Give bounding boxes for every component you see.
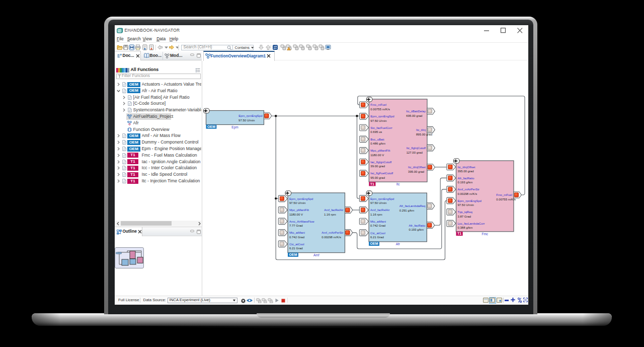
svg-text:39.00 grad: 39.00 grad (370, 165, 385, 168)
svg-text:Itc_flgInjCutoff: Itc_flgInjCutoff (407, 147, 426, 150)
svg-text:Isc_flgFuelCutoff: Isc_flgFuelCutoff (370, 172, 393, 175)
svg-text:Amf_mAirPerStr: Amf_mAirPerStr (458, 188, 479, 191)
svg-text:Afr_facRatio: Afr_facRatio (458, 176, 475, 179)
svg-text:95.00 grad: 95.00 grad (370, 176, 385, 179)
svg-text:1180.00 V: 1180.00 V (370, 153, 384, 156)
svg-text:OEM: OEM (370, 242, 378, 245)
svg-text:0.193 g/km: 0.193 g/km (409, 228, 424, 231)
svg-text:97.50 U/min: 97.50 U/min (370, 119, 386, 122)
svg-text:Epm: Epm (231, 125, 238, 129)
svg-text:6.21 Grad: 6.21 Grad (370, 236, 384, 239)
svg-text:1180.00 V: 1180.00 V (289, 213, 303, 216)
svg-text:Itc_tiInjOffset: Itc_tiInjOffset (408, 166, 426, 169)
svg-text:OEM: OEM (207, 125, 215, 128)
svg-text:3.87 Grad: 3.87 Grad (458, 215, 471, 218)
svg-text:Epm_rpmEngSpd: Epm_rpmEngSpd (370, 115, 394, 118)
svg-text:Fmc_mFuel: Fmc_mFuel (496, 193, 512, 196)
svg-text:0.742 Grad: 0.742 Grad (289, 235, 304, 238)
svg-text:Itc_tiBattDelay: Itc_tiBattDelay (406, 110, 426, 113)
svg-text:Epm_rpmEngSpd: Epm_rpmEngSpd (370, 197, 394, 200)
svg-text:7.77 Grad: 7.77 Grad (289, 224, 303, 227)
svg-text:T1: T1 (370, 182, 374, 185)
svg-text:Itc_tiInjOffset: Itc_tiInjOffset (458, 165, 475, 168)
svg-text:6.21 Grad: 6.21 Grad (289, 247, 303, 250)
svg-text:T1: T1 (457, 232, 461, 235)
svg-text:Amf: Amf (313, 253, 319, 256)
svg-text:Epm_rpmEngSpd: Epm_rpmEngSpd (289, 197, 313, 200)
svg-text:Mtc_atMani: Mtc_atMani (370, 220, 386, 223)
svg-text:Fmc_mFuel: Fmc_mFuel (370, 103, 386, 106)
svg-text:895.00 grad: 895.00 grad (416, 132, 432, 135)
svg-text:OEM: OEM (289, 253, 297, 256)
svg-text:Epm_rpmEngSpd: Epm_rpmEngSpd (458, 199, 481, 202)
svg-text:97.50 U/min: 97.50 U/min (370, 201, 386, 204)
svg-text:695.00 grad: 695.00 grad (406, 114, 422, 117)
svg-text:Fmc: Fmc (481, 232, 488, 236)
svg-text:0.742 Grad: 0.742 Grad (370, 224, 385, 227)
svg-text:Amf_mAirPerStr: Amf_mAirPerStr (321, 231, 343, 234)
svg-text:Lcc_facLambdaCorr: Lcc_facLambdaCorr (458, 222, 485, 225)
svg-text:Bvc_uBatt: Bvc_uBatt (370, 137, 384, 141)
svg-text:Amf_facRelAir: Amf_facRelAir (324, 209, 343, 212)
svg-text:Ctc_atCool: Ctc_atCool (289, 242, 304, 245)
svg-text:Itc: Itc (396, 182, 400, 186)
svg-text:Mpc_pManiFilt: Mpc_pManiFilt (370, 149, 390, 152)
svg-text:0.193 g/km: 0.193 g/km (458, 181, 473, 184)
svg-text:0.00755 m/K/s: 0.00755 m/K/s (370, 107, 390, 110)
svg-text:0.00298 m/K/s: 0.00298 m/K/s (321, 235, 341, 238)
svg-text:Ctc_atCool: Ctc_atCool (370, 231, 385, 234)
svg-text:0.695 us: 0.695 us (370, 130, 382, 133)
svg-text:0.00298 m/K/s: 0.00298 m/K/s (458, 192, 477, 195)
svg-text:0.291 g/km: 0.291 g/km (399, 209, 415, 212)
svg-text:Itc_tiInj: Itc_tiInj (416, 128, 426, 131)
svg-text:Epm_rpmEngSpd: Epm_rpmEngSpd (238, 114, 262, 117)
svg-text:1.16 rpm: 1.16 rpm (370, 213, 382, 216)
svg-text:Amf_facRelAir: Amf_facRelAir (370, 209, 389, 212)
svg-text:Stc_facFuelCorr: Stc_facFuelCorr (370, 126, 392, 129)
svg-text:127.00 grad: 127.00 grad (407, 151, 423, 154)
svg-text:97.50 U/min: 97.50 U/min (289, 201, 305, 204)
svg-text:1.16 rpm: 1.16 rpm (324, 213, 336, 216)
svg-text:Mpc_pManiFilt: Mpc_pManiFilt (289, 209, 309, 212)
svg-text:97.50 U/min: 97.50 U/min (458, 203, 474, 206)
svg-text:395.00 grad: 395.00 grad (458, 170, 474, 173)
svg-text:Iac_flgIgnCutoff: Iac_flgIgnCutoff (370, 160, 391, 163)
svg-text:Mtc_atMani: Mtc_atMani (289, 231, 305, 234)
svg-text:Afr_facLambdaReq: Afr_facLambdaReq (399, 204, 426, 207)
svg-text:Amc_AirMassFlow: Amc_AirMassFlow (289, 220, 314, 223)
svg-text:Tqs_tqReq: Tqs_tqReq (458, 211, 472, 214)
svg-text:Afr: Afr (396, 242, 400, 246)
svg-text:Afr_facRatio: Afr_facRatio (409, 224, 426, 227)
svg-text:97.50 U/min: 97.50 U/min (238, 118, 255, 121)
svg-text:0.388 g/km: 0.388 g/km (458, 226, 473, 229)
svg-text:0.486 g/km: 0.486 g/km (370, 142, 385, 145)
svg-text:0.00755 m/K/s: 0.00755 m/K/s (496, 197, 516, 200)
svg-text:395.00 grad: 395.00 grad (408, 170, 424, 173)
